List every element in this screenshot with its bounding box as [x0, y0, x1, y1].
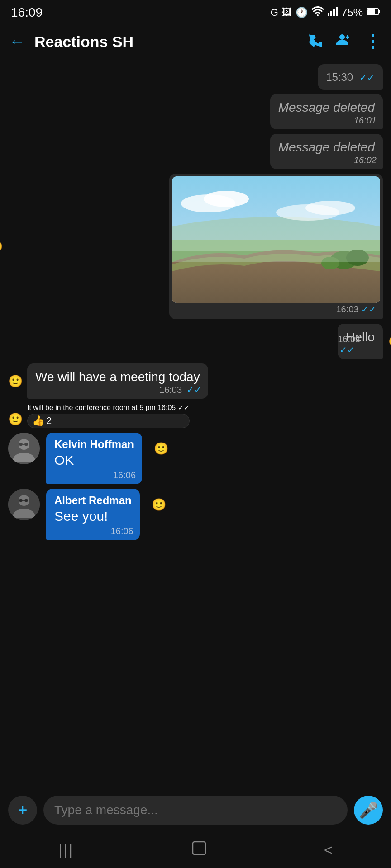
recent-apps-button[interactable]: |||: [58, 842, 74, 859]
message-text: See you!: [54, 509, 132, 524]
group-message-bubble: Albert Redman See you! 16:06: [46, 489, 140, 540]
clock-icon: 🕐: [296, 7, 308, 19]
message-row: 🙂 We will have a meeting today 16:03 ✓✓: [8, 363, 383, 399]
reaction-emoji: 👍: [32, 415, 44, 427]
wifi-icon: [311, 6, 324, 19]
message-text: Message deleted: [278, 140, 375, 154]
status-icons: G 🖼 🕐 75%: [271, 6, 380, 19]
message-timestamp: 16:06: [111, 526, 134, 537]
message-timestamp: 16:01: [354, 115, 377, 126]
status-time: 16:09: [11, 5, 43, 20]
message-bubble: 15:30 ✓✓: [318, 64, 383, 90]
navigation-bar: ||| <: [0, 832, 391, 868]
message-row: 🙂: [8, 174, 383, 319]
svg-rect-21: [172, 240, 380, 262]
message-text: OK: [54, 453, 134, 468]
message-timestamp: 16:03 ✓✓: [159, 384, 202, 395]
back-button[interactable]: ←: [9, 32, 25, 51]
svg-rect-25: [24, 443, 28, 446]
svg-rect-3: [336, 7, 338, 16]
message-input[interactable]: [43, 796, 348, 825]
message-timestamp: 16:06: [113, 470, 136, 481]
microphone-button[interactable]: 🎤: [354, 796, 383, 825]
incoming-message-container: It will be in the conference room at 5 p…: [27, 403, 190, 428]
home-button[interactable]: [191, 840, 207, 860]
mic-icon: 🎤: [359, 801, 378, 819]
back-nav-button[interactable]: <: [324, 842, 333, 859]
gallery-icon: 🖼: [282, 7, 292, 19]
message-row: 🙂 Hello 16:03 ✓✓: [8, 324, 383, 359]
incoming-message-container: We will have a meeting today 16:03 ✓✓: [27, 363, 208, 399]
attach-button[interactable]: +: [8, 796, 37, 825]
call-button[interactable]: [306, 32, 322, 52]
sender-name: Kelvin Hoffman: [54, 438, 134, 451]
reaction-button[interactable]: 🙂: [8, 374, 23, 388]
message-time-only: 15:30: [326, 71, 353, 83]
avatar-albert: [8, 489, 40, 520]
svg-rect-24: [19, 443, 23, 446]
reaction-count: 2: [46, 415, 52, 427]
message-text: We will have a meeting today: [35, 370, 200, 384]
message-row: Message deleted 16:01: [8, 94, 383, 129]
signal-icon: [328, 6, 338, 19]
landscape-image: [172, 176, 380, 303]
status-bar: 16:09 G 🖼 🕐 75%: [0, 0, 391, 24]
chat-header: ← Reactions SH ⋮: [0, 24, 391, 60]
svg-rect-1: [330, 11, 332, 16]
reaction-tag: 👍 2: [27, 414, 190, 428]
reaction-button[interactable]: 🙂: [8, 412, 23, 426]
message-text: It will be in the conference room at 5 p…: [27, 404, 156, 411]
svg-rect-32: [193, 842, 205, 854]
svg-point-20: [305, 201, 355, 215]
reaction-button[interactable]: 🙂: [388, 335, 391, 349]
message-bubble: It will be in the conference room at 5 p…: [27, 403, 190, 412]
group-message-bubble: Kelvin Hoffman OK 16:06: [46, 433, 142, 484]
reaction-button[interactable]: 🙂: [154, 442, 168, 456]
message-timestamp: 16:03 ✓✓: [336, 304, 377, 315]
svg-rect-6: [367, 9, 375, 14]
svg-point-7: [339, 34, 345, 40]
deleted-message-bubble: Message deleted 16:01: [270, 94, 383, 129]
svg-rect-0: [328, 13, 329, 16]
avatar-kelvin: [8, 433, 40, 464]
group-message-row: Albert Redman See you! 16:06 🙂: [8, 489, 383, 540]
image-message-bubble: 16:03 ✓✓: [169, 174, 383, 319]
reaction-button[interactable]: 🙂: [152, 498, 166, 512]
svg-rect-29: [19, 499, 23, 502]
message-row: 15:30 ✓✓: [8, 64, 383, 90]
message-timestamp: 16:02: [354, 155, 377, 165]
message-row: 🙂 It will be in the conference room at 5…: [8, 403, 383, 428]
message-timestamp: 16:05 ✓✓: [157, 404, 189, 411]
message-timestamp: 16:03 ✓✓: [338, 334, 377, 355]
svg-rect-5: [378, 10, 380, 13]
group-message-row: Kelvin Hoffman OK 16:06 🙂: [8, 433, 383, 484]
messages-area: 15:30 ✓✓ Message deleted 16:01 Message d…: [0, 60, 391, 788]
sender-name: Albert Redman: [54, 494, 132, 507]
deleted-message-bubble: Message deleted 16:02: [270, 134, 383, 169]
add-person-button[interactable]: [335, 32, 351, 52]
chat-title: Reactions SH: [34, 33, 306, 51]
message-bubble: We will have a meeting today 16:03 ✓✓: [27, 363, 208, 399]
message-text: Message deleted: [278, 100, 375, 114]
message-row: Message deleted 16:02: [8, 134, 383, 169]
reaction-button[interactable]: 🙂: [0, 240, 3, 254]
svg-rect-30: [24, 499, 28, 502]
message-bubble: Hello 16:03 ✓✓: [338, 324, 383, 359]
google-icon: G: [271, 7, 278, 19]
battery-icon: [367, 7, 380, 19]
header-actions: ⋮: [306, 32, 382, 52]
svg-point-18: [204, 191, 249, 207]
plus-icon: +: [18, 801, 27, 820]
more-options-button[interactable]: ⋮: [364, 32, 382, 52]
battery-percent: 75%: [341, 6, 363, 19]
svg-rect-2: [333, 9, 335, 16]
input-area: + 🎤: [0, 788, 391, 832]
